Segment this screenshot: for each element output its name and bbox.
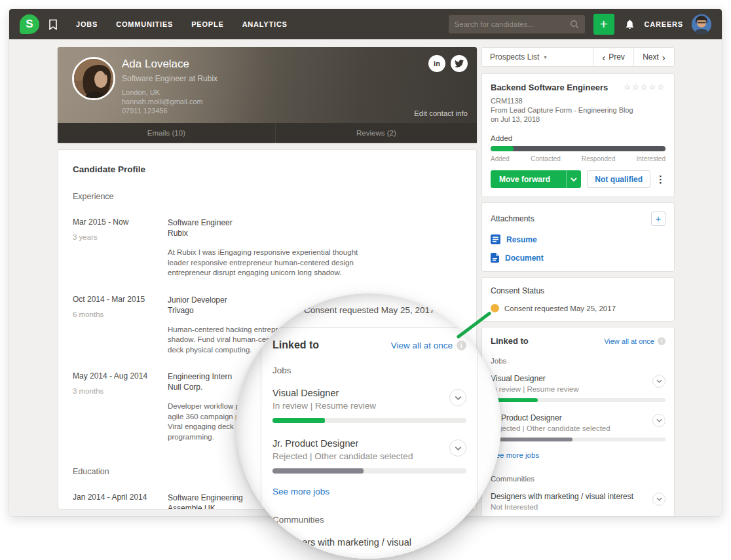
profile-header: Ada Lovelace Software Engineer at Rubix … <box>58 47 477 143</box>
attachment-label: Resume <box>506 235 537 244</box>
chevron-right-icon: › <box>662 52 665 62</box>
job-progress-fill <box>272 468 364 474</box>
communities-heading: Communities <box>491 475 665 483</box>
experience-dates: Oct 2014 - Mar 2015 <box>73 295 168 304</box>
candidate-name: Ada Lovelace <box>122 58 217 71</box>
attachment-label: Document <box>505 253 544 263</box>
top-nav: S JOBS COMMUNITIES PEOPLE ANALYTICS + CA… <box>9 9 722 39</box>
prev-button[interactable]: ‹ Prev <box>593 48 633 66</box>
jobs-heading: Jobs <box>272 365 466 375</box>
bookmark-icon[interactable] <box>48 19 58 30</box>
candidate-photo[interactable] <box>72 57 115 100</box>
nav-item-jobs[interactable]: JOBS <box>76 20 98 28</box>
job-progress-bar <box>272 468 466 474</box>
info-icon: i <box>457 341 466 350</box>
user-avatar[interactable] <box>692 14 711 34</box>
consent-status-text: Consent requested May 25, 2017 <box>504 305 616 312</box>
info-icon[interactable]: i <box>658 337 665 345</box>
attachments-title: Attachments <box>491 214 534 223</box>
add-attachment-button[interactable]: + <box>651 212 665 226</box>
profile-tabs: Emails (10) Reviews (2) <box>58 123 477 143</box>
resume-file-icon <box>491 234 500 244</box>
search-icon[interactable] <box>570 20 579 29</box>
expand-chevron-button[interactable] <box>449 439 466 457</box>
magnified-consent-text: Consent requested May 25, 2017 <box>304 305 435 315</box>
see-more-jobs-link[interactable]: See more jobs <box>272 487 466 496</box>
edit-contact-link[interactable]: Edit contact info <box>414 109 468 117</box>
linked-job-title: Visual Designer <box>272 388 444 398</box>
linked-community-title: Designers with marketing / visual intere… <box>491 492 648 501</box>
more-options-kebab-icon[interactable]: ⋮ <box>656 174 665 184</box>
experience-description: At Rubix I was iEngaging responsive expe… <box>168 248 373 278</box>
linkedin-icon[interactable]: in <box>428 55 445 72</box>
nav-item-analytics[interactable]: ANALYTICS <box>242 20 288 28</box>
candidate-search[interactable] <box>449 15 585 33</box>
see-more-jobs-link[interactable]: See more jobs <box>491 451 665 459</box>
job-progress-bar <box>491 398 665 402</box>
experience-title: Software Engineer <box>168 217 462 228</box>
profile-header-cover: Ada Lovelace Software Engineer at Rubix … <box>58 47 477 123</box>
social-links: in <box>428 55 468 72</box>
current-stage-label: Added <box>491 134 665 142</box>
education-duration: 4 months <box>73 508 168 510</box>
app-logo-icon[interactable]: S <box>20 14 39 34</box>
view-all-label: View all at once <box>604 337 654 345</box>
stage-names: Added Contacted Responded Interested <box>491 155 665 162</box>
job-progress-bar <box>491 438 665 441</box>
view-all-at-once-link[interactable]: View all at once i <box>391 341 466 350</box>
not-qualified-button[interactable]: Not qualified <box>587 170 650 188</box>
prospects-list-dropdown[interactable]: Prospects List ▾ <box>482 52 593 62</box>
view-all-label: View all at once <box>391 341 453 350</box>
move-forward-button[interactable]: Move forward <box>491 170 566 188</box>
prospect-date: on Jul 13, 2018 <box>491 115 665 124</box>
notifications-bell-icon[interactable] <box>624 18 635 30</box>
stage-responded: Responded <box>582 155 615 162</box>
nav-item-careers[interactable]: CAREERS <box>645 20 683 28</box>
education-dates: Jan 2014 - April 2014 <box>73 493 168 502</box>
prospect-source: From Lead Capture Form - Engineering Blo… <box>491 105 665 115</box>
linked-job-title: Jr. Product Designer <box>272 438 444 449</box>
nav-item-people[interactable]: PEOPLE <box>191 20 223 28</box>
experience-duration: 6 months <box>73 310 168 318</box>
nav-item-communities[interactable]: COMMUNITIES <box>116 20 173 28</box>
linked-job: Jr. Product Designer Rejected | Other ca… <box>491 413 665 441</box>
stage-contacted: Contacted <box>531 155 561 162</box>
linked-job-title: Visual Designer <box>491 374 648 383</box>
job-progress-bar <box>272 418 466 423</box>
experience-duration: 3 years <box>73 233 168 241</box>
twitter-icon[interactable] <box>451 55 468 72</box>
add-new-button[interactable]: + <box>593 14 614 35</box>
linked-job-status: In review | Resume review <box>491 385 648 393</box>
linked-to-card: Linked to View all at once i Jobs Visual… <box>481 327 675 516</box>
linked-job-status: Rejected | Other candidate selected <box>491 424 648 432</box>
tab-emails[interactable]: Emails (10) <box>58 123 276 143</box>
expand-chevron-button[interactable] <box>652 493 665 506</box>
linked-community: Designers with marketing / visual intere… <box>272 537 466 559</box>
expand-chevron-button[interactable] <box>449 389 466 406</box>
experience-dates: Mar 2015 - Now <box>73 217 168 227</box>
expand-chevron-button[interactable] <box>652 375 665 388</box>
document-file-icon <box>491 253 499 263</box>
view-all-at-once-link[interactable]: View all at once i <box>604 337 665 345</box>
linked-community: Designers with marketing / visual intere… <box>491 492 665 516</box>
attachment-resume[interactable]: Resume <box>491 234 665 244</box>
move-forward-dropdown[interactable] <box>566 170 581 188</box>
experience-heading: Experience <box>73 192 462 201</box>
expand-chevron-button[interactable] <box>652 414 665 427</box>
search-input[interactable] <box>455 20 570 28</box>
rating-stars[interactable]: ☆☆☆☆☆ <box>624 83 665 92</box>
candidate-identity: Ada Lovelace Software Engineer at Rubix … <box>122 58 217 115</box>
next-button[interactable]: Next › <box>633 48 674 66</box>
experience-dates: May 2014 - Aug 2014 <box>73 371 168 381</box>
attachment-document[interactable]: Document <box>491 253 665 263</box>
experience-company: Rubix <box>168 228 462 238</box>
main-column: Ada Lovelace Software Engineer at Rubix … <box>58 47 477 143</box>
candidate-headline: Software Engineer at Rubix <box>122 74 217 83</box>
candidate-phone: 07911 123456 <box>122 106 217 115</box>
tab-reviews[interactable]: Reviews (2) <box>276 123 477 143</box>
candidate-email[interactable]: hannah.molli@gmail.com <box>122 97 217 106</box>
chevron-left-icon: ‹ <box>602 52 605 62</box>
right-sidebar: Prospects List ▾ ‹ Prev Next › Backend S… <box>481 47 675 516</box>
prospect-reference: CRM1138 <box>491 96 665 105</box>
linked-job: Jr. Product Designer Rejected | Other ca… <box>272 438 466 474</box>
